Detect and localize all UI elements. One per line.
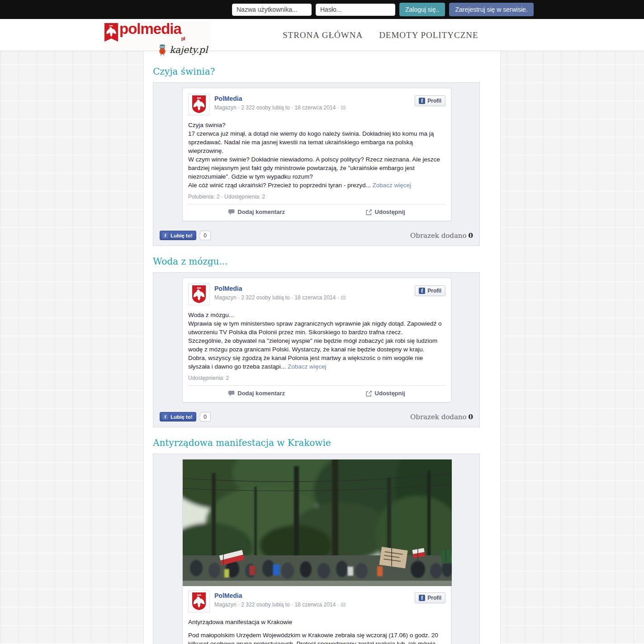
post-title[interactable]: Czyja świnia? bbox=[153, 66, 500, 77]
avatar[interactable] bbox=[188, 284, 210, 305]
profile-button[interactable]: f Profil bbox=[415, 95, 445, 106]
post-title[interactable]: Antyrządowa manifestacja w Krakowie bbox=[153, 437, 500, 448]
protest-photo-image bbox=[183, 459, 452, 586]
nav-strona-glowna[interactable]: STRONA GŁÓWNA bbox=[283, 30, 363, 40]
post-box: PolMedia Magazyn · 2 322 osoby lubią to … bbox=[153, 272, 480, 427]
globe-icon bbox=[341, 295, 346, 300]
share-button[interactable]: Udostępnij bbox=[366, 390, 405, 397]
site-header: polmediapl kajety.pl STRONA GŁÓWNA DEMOT… bbox=[0, 19, 644, 51]
post-body: Czyja świnia? 17 czerwca już minął, a do… bbox=[188, 121, 445, 189]
avatar[interactable] bbox=[188, 591, 210, 612]
eagle-crest-icon bbox=[191, 95, 207, 114]
add-comment-button[interactable]: Dodaj komentarz bbox=[228, 208, 285, 215]
protest-photo[interactable] bbox=[183, 459, 452, 586]
image-added-note: Obrazek dodano0 bbox=[410, 232, 473, 240]
facebook-icon: f bbox=[419, 98, 425, 104]
post-meta: Magazyn · 2 322 osoby lubią to · 18 czer… bbox=[214, 104, 415, 111]
register-button[interactable]: Zarejestruj się w serwisie. bbox=[449, 3, 533, 16]
eagle-crest-icon bbox=[191, 285, 207, 304]
add-comment-button[interactable]: Dodaj komentarz bbox=[228, 390, 285, 397]
nav-demoty-polityczne[interactable]: DEMOTY POLITYCZNE bbox=[379, 30, 478, 40]
post-stats: Udostępnienia: 2 bbox=[188, 375, 445, 381]
action-bar: Dodaj komentarz Udostępnij bbox=[188, 385, 445, 397]
polmedia-logo[interactable]: polmediapl kajety.pl bbox=[104, 21, 211, 50]
post-section-2: Woda z mózgu... PolMedia Magazyn · 2 322… bbox=[153, 256, 500, 427]
author-link[interactable]: PolMedia bbox=[214, 285, 242, 292]
username-input[interactable] bbox=[232, 4, 312, 16]
see-more-link[interactable]: Zobacz więcej bbox=[288, 363, 327, 370]
action-bar: Dodaj komentarz Udostępnij bbox=[188, 204, 445, 215]
facebook-embed: PolMedia Magazyn · 2 322 osoby lubią to … bbox=[182, 278, 451, 402]
facebook-icon: f bbox=[419, 595, 425, 601]
like-counter: 0 bbox=[200, 231, 211, 240]
comment-icon bbox=[228, 390, 235, 397]
share-button[interactable]: Udostępnij bbox=[366, 208, 405, 215]
post-meta: Magazyn · 2 322 osoby lubią to · 18 czer… bbox=[214, 601, 415, 608]
content-column: Czyja świnia? PolMedia Magazyn · 2 322 o… bbox=[143, 51, 501, 644]
image-added-note: Obrazek dodano0 bbox=[410, 413, 473, 421]
facebook-like-button[interactable]: f Lubię to! bbox=[160, 231, 196, 240]
facebook-icon: f bbox=[162, 414, 168, 420]
facebook-icon: f bbox=[419, 288, 425, 294]
post-box: PolMedia Magazyn · 2 322 osoby lubią to … bbox=[153, 82, 480, 246]
post-box: PolMedia Magazyn · 2 322 osoby lubią to … bbox=[153, 454, 480, 644]
main-nav: STRONA GŁÓWNA DEMOTY POLITYCZNE bbox=[283, 19, 478, 51]
facebook-embed: PolMedia Magazyn · 2 322 osoby lubią to … bbox=[182, 88, 451, 221]
page: Zaloguj się.. Zarejestruj się w serwisie… bbox=[0, 0, 644, 644]
post-meta: Magazyn · 2 322 osoby lubią to · 18 czer… bbox=[214, 294, 415, 301]
facebook-icon: f bbox=[162, 232, 168, 238]
password-input[interactable] bbox=[316, 4, 395, 16]
kajety-label: kajety.pl bbox=[170, 44, 208, 55]
facebook-embed: PolMedia Magazyn · 2 322 osoby lubią to … bbox=[182, 459, 451, 644]
facebook-like-button[interactable]: f Lubię to! bbox=[160, 412, 196, 421]
share-icon bbox=[366, 390, 372, 397]
avatar[interactable] bbox=[188, 94, 210, 115]
like-counter: 0 bbox=[200, 412, 211, 421]
post-section-1: Czyja świnia? PolMedia Magazyn · 2 322 o… bbox=[153, 66, 500, 246]
owl-icon bbox=[157, 44, 167, 56]
eagle-banner-icon bbox=[104, 22, 118, 43]
like-row: f Lubię to! 0 Obrazek dodano0 bbox=[160, 412, 473, 421]
share-icon bbox=[366, 209, 372, 215]
comment-icon bbox=[228, 209, 235, 215]
post-stats: Polubienia: 2 · Udostępnienia: 2 bbox=[188, 194, 445, 200]
like-row: f Lubię to! 0 Obrazek dodano0 bbox=[160, 231, 473, 240]
profile-button[interactable]: f Profil bbox=[415, 285, 445, 296]
kajety-logo[interactable]: kajety.pl bbox=[157, 44, 211, 56]
post-title[interactable]: Woda z mózgu... bbox=[153, 256, 500, 267]
author-link[interactable]: PolMedia bbox=[214, 95, 242, 102]
post-body: Antyrządowa manifestacja w Krakowie Pod … bbox=[188, 618, 445, 644]
author-link[interactable]: PolMedia bbox=[214, 592, 242, 599]
logo-text: polmediapl bbox=[119, 21, 185, 47]
post-section-3: Antyrządowa manifestacja w Krakowie bbox=[153, 437, 500, 644]
globe-icon bbox=[341, 602, 346, 607]
logo-suffix: pl bbox=[181, 36, 185, 41]
eagle-crest-icon bbox=[191, 592, 207, 611]
login-button[interactable]: Zaloguj się.. bbox=[399, 3, 445, 16]
post-body: Woda z mózgu... Wprawia się w tym minist… bbox=[188, 311, 445, 371]
see-more-link[interactable]: Zobacz więcej bbox=[372, 182, 411, 189]
profile-button[interactable]: f Profil bbox=[415, 592, 445, 603]
login-topbar: Zaloguj się.. Zarejestruj się w serwisie… bbox=[0, 0, 644, 19]
globe-icon bbox=[341, 105, 346, 110]
